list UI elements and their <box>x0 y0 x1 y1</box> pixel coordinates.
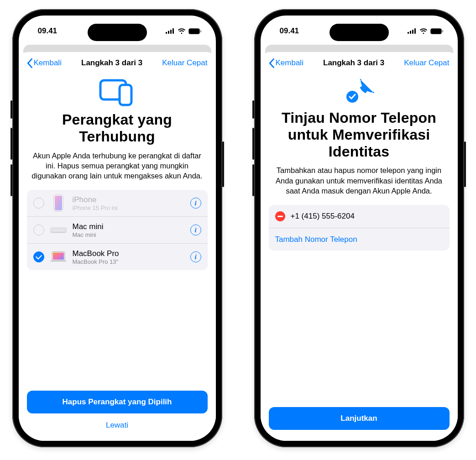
svg-rect-8 <box>120 85 131 105</box>
svg-rect-18 <box>410 31 411 34</box>
sheet-card: Kembali Langkah 3 dari 3 Keluar Cepat Ti… <box>261 52 458 441</box>
svg-rect-23 <box>442 30 443 32</box>
add-phone-label: Tambah Nomor Telepon <box>275 235 357 244</box>
device-sub: MacBook Pro 13″ <box>73 258 185 265</box>
macmini-icon <box>50 221 67 239</box>
device-name: Mac mini <box>73 222 185 231</box>
svg-rect-22 <box>431 29 441 33</box>
remove-icon[interactable] <box>275 211 285 221</box>
select-radio[interactable] <box>33 225 44 235</box>
svg-rect-11 <box>55 196 62 210</box>
svg-rect-20 <box>414 28 416 34</box>
step-title: Langkah 3 dari 3 <box>81 58 142 68</box>
phone-number: +1 (415) 555-6204 <box>291 212 355 221</box>
page-description: Tambahkan atau hapus nomor telepon yang … <box>269 165 450 196</box>
back-label: Kembali <box>34 58 62 68</box>
back-button[interactable]: Kembali <box>27 58 62 68</box>
quick-exit-button[interactable]: Keluar Cepat <box>162 58 207 68</box>
cellular-icon <box>408 28 417 34</box>
device-name: iPhone <box>73 195 185 204</box>
macbook-icon <box>50 248 67 266</box>
svg-rect-16 <box>50 261 66 262</box>
svg-rect-5 <box>189 29 199 33</box>
phone-verify-hero-icon <box>269 78 450 105</box>
phone-list: +1 (415) 555-6204 Tambah Nomor Telepon <box>269 205 450 251</box>
svg-rect-3 <box>173 28 174 34</box>
iphone-icon <box>50 194 67 212</box>
dynamic-island <box>88 24 147 41</box>
back-button[interactable]: Kembali <box>269 58 303 68</box>
add-phone-row[interactable]: Tambah Nomor Telepon <box>269 228 450 251</box>
skip-link[interactable]: Lewati <box>106 421 128 430</box>
svg-rect-15 <box>52 253 63 260</box>
page-description: Akun Apple Anda terhubung ke perangkat d… <box>27 151 208 181</box>
phone-right: 09.41 Kembali Langkah 3 dari 3 Keluar Ce… <box>254 9 464 447</box>
phone-row[interactable]: +1 (415) 555-6204 <box>269 205 450 228</box>
sheet-card: Kembali Langkah 3 dari 3 Keluar Cepat Pe… <box>19 52 216 441</box>
page-title: Perangkat yang Terhubung <box>27 111 208 145</box>
svg-rect-2 <box>170 30 172 34</box>
svg-rect-1 <box>168 31 169 34</box>
svg-rect-6 <box>200 30 201 32</box>
wifi-icon <box>178 28 186 34</box>
continue-button[interactable]: Lanjutkan <box>269 407 450 430</box>
svg-rect-12 <box>50 228 66 233</box>
quick-exit-button[interactable]: Keluar Cepat <box>404 58 449 68</box>
info-icon[interactable]: i <box>190 198 201 209</box>
cellular-icon <box>166 28 175 34</box>
device-row-iphone[interactable]: iPhone iPhone 15 Pro ini i <box>27 190 208 216</box>
devices-hero-icon <box>27 78 208 107</box>
device-row-macmini[interactable]: Mac mini Mac mini i <box>27 216 208 243</box>
status-time: 09.41 <box>280 26 299 36</box>
status-time: 09.41 <box>38 26 58 36</box>
phone-left: 09.41 Kembali Langkah 3 dari 3 Keluar Ce… <box>12 9 222 447</box>
device-sub: Mac mini <box>73 231 185 238</box>
remove-selected-button[interactable]: Hapus Perangkat yang Dipilih <box>27 391 208 413</box>
info-icon[interactable]: i <box>190 251 201 262</box>
svg-point-13 <box>50 232 66 233</box>
info-icon[interactable]: i <box>190 225 201 235</box>
device-sub: iPhone 15 Pro ini <box>73 204 185 211</box>
dynamic-island <box>330 24 389 41</box>
select-radio-checked[interactable] <box>33 251 44 262</box>
svg-rect-17 <box>408 32 409 34</box>
select-radio[interactable] <box>33 198 44 209</box>
page-title: Tinjau Nomor Telepon untuk Memverifikasi… <box>269 110 450 160</box>
battery-icon <box>188 28 201 34</box>
svg-rect-19 <box>412 30 413 34</box>
svg-rect-0 <box>166 32 167 34</box>
step-title: Langkah 3 dari 3 <box>323 58 384 68</box>
device-name: MacBook Pro <box>73 249 185 258</box>
battery-icon <box>430 28 443 34</box>
back-label: Kembali <box>276 58 303 68</box>
device-list: iPhone iPhone 15 Pro ini i Mac mini Mac … <box>27 190 208 270</box>
wifi-icon <box>419 28 428 34</box>
device-row-macbook[interactable]: MacBook Pro MacBook Pro 13″ i <box>27 243 208 270</box>
